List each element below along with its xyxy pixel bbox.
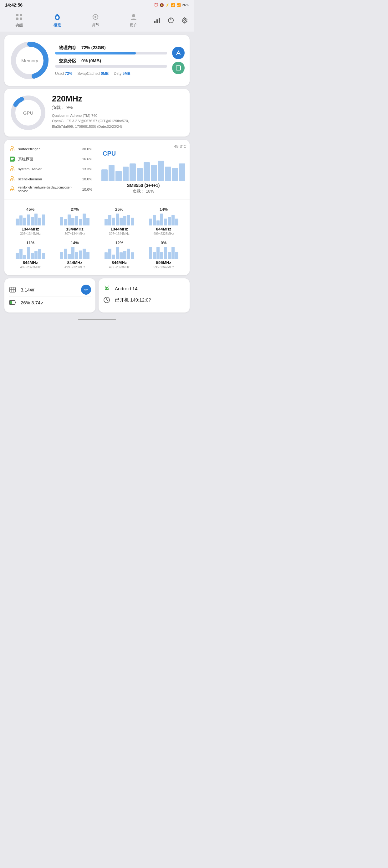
swapcached-stat: SwapCached 0MB [77,71,108,76]
core-pct-3: 14% [160,207,168,212]
core-bar [34,251,37,259]
core-bar [175,219,179,225]
edit-power-button[interactable]: ✏ [81,285,91,294]
signal2-icon: 📶 [176,3,181,7]
core-bar [79,219,82,225]
signal-icon: 📶 [171,3,175,7]
core-bar [104,252,108,259]
core-pct-5: 14% [71,241,79,245]
tab-tuning[interactable]: 调节 [76,11,115,29]
settings-icon[interactable] [180,16,189,25]
process-name-5: vendor.qti.hardware.display.composer-ser… [18,186,79,193]
process-pct-1: 30.0% [82,147,92,151]
battery-value: 26% 3.74v [21,300,91,305]
core-bar [60,217,63,225]
cpu-load-text: 负载： 18% [133,188,154,194]
cpu-core-item-5: 14%844MHz499~2323MHz [53,238,97,272]
core-bar [168,252,171,259]
cpu-bar-item [123,166,129,181]
used-stat: Used 72% [55,71,72,76]
process-pct-2: 16.6% [82,157,92,161]
cpu-core-item-2: 25%1344MHz307~1344MHz [97,205,141,238]
power-value: 3.14W [21,287,78,292]
core-freq-0: 1344MHz [22,227,39,231]
core-bar [75,252,78,259]
home-bar [78,319,116,320]
uptime-row: 已开机 149:12:0? [103,294,185,306]
tab-features[interactable]: 功能 [0,11,38,29]
svg-point-31 [11,187,13,189]
core-freq-5: 844MHz [67,260,82,265]
core-bar [71,218,74,225]
power-row: 3.14W ✏ [9,283,91,297]
power-icon[interactable] [166,16,175,25]
tab-tuning-label: 调节 [92,23,99,28]
process-icon-4 [9,176,15,183]
core-bar [160,214,163,225]
core-bar [123,251,126,259]
core-range-1: 307~1344MHz [64,232,85,236]
android-value: Android 14 [115,286,185,291]
tab-overview-label: 概览 [54,23,61,28]
gpu-detail: Qualcomm Adreno (TM) 740 OpenGL ES 3.2 V… [52,113,185,129]
core-bars-5 [54,246,96,259]
memory-stats: Used 72% SwapCached 0MB Dirty 5MB [55,71,167,76]
core-bar [31,217,34,226]
cpu-bar-chart [100,159,187,181]
core-bar [83,214,86,225]
core-bar [127,249,130,259]
cpu-title: CPU [100,150,116,157]
core-bar [108,215,111,225]
core-range-7: 595~2342MHz [153,266,174,269]
cpu-bar-item [108,165,115,181]
core-bar [104,219,108,225]
cpu-core-item-6: 12%844MHz499~2323MHz [97,238,141,272]
core-bar [83,249,86,259]
clean-memory-button[interactable] [172,46,185,59]
core-bar [86,252,90,259]
core-range-3: 499~2323MHz [153,232,174,236]
cpu-top: surfaceflinger 30.0% 系统界面 16.6% [4,140,190,199]
cpu-model: SM8550 (3+4+1) [127,183,160,188]
cpu-core-item-7: 0%595MHz595~2342MHz [141,238,186,272]
cpu-core-item-4: 11%844MHz499~2323MHz [8,238,53,272]
cpu-processes: surfaceflinger 30.0% 系统界面 16.6% [4,140,97,199]
svg-line-41 [105,286,105,286]
tab-overview[interactable]: 概览 [38,11,76,29]
process-row-3: system_server 13.3% [9,164,92,174]
core-bar [120,252,123,259]
process-pct-4: 10.0% [82,177,92,181]
core-bars-6 [98,246,140,259]
core-freq-6: 844MHz [112,260,127,265]
core-bar [75,216,78,225]
cpu-bar-item [116,171,122,181]
svg-rect-38 [10,301,12,304]
phys-bar-track [55,52,167,55]
svg-line-42 [108,286,108,286]
core-bar [108,249,111,259]
svg-rect-0 [16,14,19,16]
process-name-4: scene-daemon [18,177,79,181]
core-bar [160,252,163,259]
process-name-1: surfaceflinger [18,147,79,151]
bottom-row: 3.14W ✏ 26% 3.74v [4,278,190,312]
chart-icon[interactable] [153,16,161,25]
svg-rect-12 [154,21,156,23]
core-range-6: 499~2323MHz [109,266,129,269]
svg-rect-2 [16,18,19,20]
core-bar [31,253,34,259]
user-icon [129,12,138,21]
home-indicator [0,316,194,322]
core-bars-0 [9,213,51,225]
svg-rect-13 [157,20,158,23]
tab-user[interactable]: 用户 [115,11,153,29]
svg-rect-37 [15,302,15,303]
core-bar [120,218,123,225]
swap-action-button[interactable] [172,62,185,74]
core-range-0: 307~1344MHz [20,232,40,236]
uptime-label: 已开机 149:12:0? [115,297,185,303]
nav-actions [153,16,194,25]
process-icon-3 [9,166,15,173]
status-icons: ⏰ 🔕 ⚡ 📶 📶 26% [154,3,189,7]
core-bar [131,252,134,259]
